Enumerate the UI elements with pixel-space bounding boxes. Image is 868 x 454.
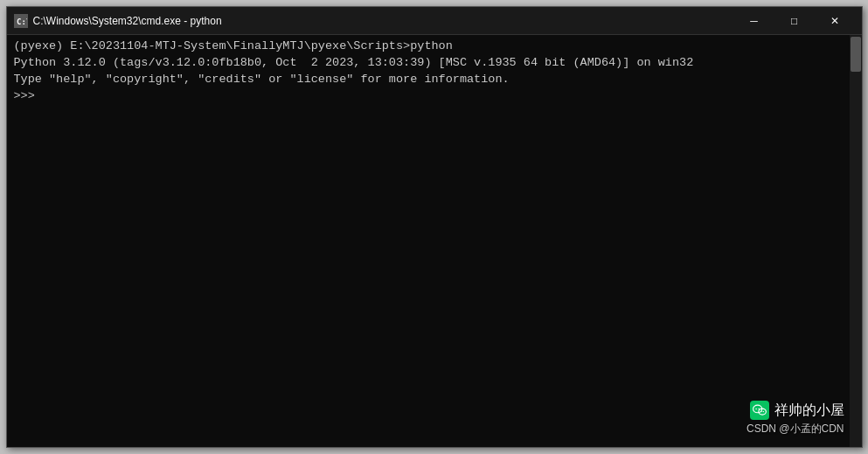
cmd-icon: C:\ bbox=[14, 14, 28, 28]
watermark-sub: CSDN @小孟的CDN bbox=[746, 422, 844, 437]
svg-text:C:\: C:\ bbox=[17, 17, 27, 26]
watermark-name: 祥帅的小屋 bbox=[774, 402, 844, 420]
console-line-3: Type "help", "copyright", "credits" or "… bbox=[14, 72, 855, 88]
console-line-1: (pyexe) E:\20231104-MTJ-System\FinallyMT… bbox=[14, 38, 855, 55]
watermark: 祥帅的小屋 CSDN @小孟的CDN bbox=[746, 401, 844, 437]
svg-point-7 bbox=[762, 411, 763, 412]
scrollbar-thumb[interactable] bbox=[851, 37, 861, 72]
title-bar-left: C:\ C:\Windows\System32\cmd.exe - python bbox=[14, 14, 222, 28]
console-line-2: Python 3.12.0 (tags/v3.12.0:0fb18b0, Oct… bbox=[14, 55, 855, 72]
watermark-top: 祥帅的小屋 bbox=[750, 401, 844, 420]
console-line-4: >>> bbox=[14, 88, 855, 105]
close-button[interactable]: ✕ bbox=[815, 7, 855, 35]
svg-point-3 bbox=[755, 409, 757, 410]
title-bar: C:\ C:\Windows\System32\cmd.exe - python… bbox=[7, 7, 862, 35]
cmd-window: C:\ C:\Windows\System32\cmd.exe - python… bbox=[6, 6, 863, 448]
window-controls: ─ □ ✕ bbox=[734, 7, 855, 35]
maximize-button[interactable]: □ bbox=[774, 7, 815, 35]
svg-point-6 bbox=[760, 411, 761, 412]
window-title: C:\Windows\System32\cmd.exe - python bbox=[33, 15, 222, 27]
scrollbar[interactable] bbox=[850, 35, 862, 447]
console-body[interactable]: (pyexe) E:\20231104-MTJ-System\FinallyMT… bbox=[7, 35, 862, 447]
minimize-button[interactable]: ─ bbox=[734, 7, 774, 35]
wechat-icon bbox=[750, 401, 769, 420]
